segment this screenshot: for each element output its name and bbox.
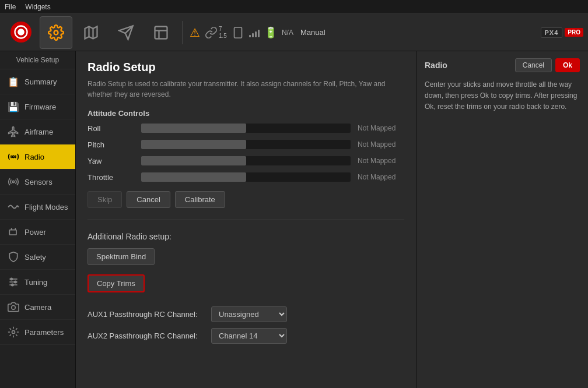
svg-point-0 xyxy=(18,29,24,36)
pitch-bar xyxy=(141,140,351,149)
cancel-button[interactable]: Cancel xyxy=(127,191,170,208)
roll-bar-fill xyxy=(141,124,246,133)
toolbar-analyze-btn[interactable] xyxy=(145,16,177,49)
yaw-label: Yaw xyxy=(88,157,134,165)
attitude-controls-label: Attitude Controls xyxy=(88,109,404,118)
svg-point-24 xyxy=(12,306,16,310)
transmission-icon xyxy=(232,26,244,39)
section-divider xyxy=(88,220,404,220)
signal-icon xyxy=(249,28,260,37)
mode-label: Manual xyxy=(300,28,326,37)
aux1-passthrough-select[interactable]: Unassigned Channel 1 Channel 2 Channel 3… xyxy=(211,306,287,322)
sidebar-header: Vehicle Setup xyxy=(0,51,75,69)
menu-widgets[interactable]: Widgets xyxy=(25,3,50,11)
link-icon: 71.5 xyxy=(205,26,227,40)
aux2-passthrough-row: AUX2 Passthrough RC Channel: Unassigned … xyxy=(88,328,404,344)
roll-row: Roll Not Mapped xyxy=(88,124,404,133)
svg-rect-8 xyxy=(155,26,167,38)
roll-bar xyxy=(141,124,351,133)
summary-icon: 📋 xyxy=(7,75,20,88)
airframe-icon xyxy=(7,125,20,138)
warning-icon[interactable]: ⚠ xyxy=(190,26,200,40)
right-panel-title: Radio xyxy=(425,61,447,70)
brand-logo: PX4 PRO xyxy=(541,27,583,38)
throttle-bar xyxy=(141,172,351,182)
pitch-bar-fill xyxy=(141,140,246,149)
roll-label: Roll xyxy=(88,124,134,133)
svg-point-14 xyxy=(12,181,14,182)
power-icon xyxy=(7,225,20,238)
sidebar-item-camera[interactable]: Camera xyxy=(0,295,75,320)
right-panel-action-buttons: Cancel Ok xyxy=(515,58,580,72)
sidebar-label-tuning: Tuning xyxy=(24,278,47,287)
sidebar-item-tuning[interactable]: Tuning xyxy=(0,270,75,295)
brand-name: PX4 xyxy=(541,27,563,38)
sidebar-item-parameters[interactable]: Parameters xyxy=(0,320,75,345)
sidebar-item-airframe[interactable]: Airframe xyxy=(0,119,75,144)
sidebar-label-parameters: Parameters xyxy=(24,328,64,337)
toolbar: ⚠ 71.5 🔋 N/A Manual PX4 PRO xyxy=(0,14,588,51)
toolbar-setup-btn[interactable] xyxy=(40,16,72,49)
toolbar-fly-btn[interactable] xyxy=(110,16,142,49)
svg-point-13 xyxy=(12,156,14,157)
aux2-passthrough-select[interactable]: Unassigned Channel 1 Channel 2 Channel 1… xyxy=(211,328,287,344)
safety-icon xyxy=(7,251,20,263)
firmware-icon: 💾 xyxy=(7,100,20,113)
sidebar-item-summary[interactable]: 📋 Summary xyxy=(0,69,75,94)
calibration-buttons: Skip Cancel Calibrate xyxy=(88,191,404,208)
pro-badge: PRO xyxy=(565,28,583,37)
svg-point-23 xyxy=(12,284,13,285)
calibrate-button[interactable]: Calibrate xyxy=(175,191,225,208)
sidebar-label-firmware: Firmware xyxy=(24,103,56,111)
sidebar-label-sensors: Sensors xyxy=(24,178,52,186)
right-panel-header: Radio Cancel Ok xyxy=(425,58,580,72)
throttle-label: Throttle xyxy=(88,173,134,182)
throttle-row: Throttle Not Mapped xyxy=(88,172,404,182)
sidebar-item-sensors[interactable]: Sensors xyxy=(0,170,75,195)
svg-point-2 xyxy=(54,30,58,34)
roll-status: Not Mapped xyxy=(358,124,404,132)
sidebar-label-summary: Summary xyxy=(24,77,57,86)
sidebar-item-firmware[interactable]: 💾 Firmware xyxy=(0,94,75,119)
sensors-icon xyxy=(7,175,20,188)
toolbar-plan-btn[interactable] xyxy=(75,16,107,49)
toolbar-app-btn[interactable] xyxy=(5,16,37,49)
additional-label: Additional Radio setup: xyxy=(88,232,404,241)
aux2-passthrough-label: AUX2 Passthrough RC Channel: xyxy=(88,331,204,340)
right-panel: Radio Cancel Ok Center your sticks and m… xyxy=(416,51,588,388)
yaw-status: Not Mapped xyxy=(358,157,404,165)
page-title: Radio Setup xyxy=(88,61,404,74)
main-layout: Vehicle Setup 📋 Summary 💾 Firmware Airfr… xyxy=(0,51,588,388)
sidebar-label-airframe: Airframe xyxy=(24,128,53,136)
spektrum-bind-button[interactable]: Spektrum Bind xyxy=(88,248,155,265)
svg-point-25 xyxy=(12,331,15,334)
sidebar-label-flight-modes: Flight Modes xyxy=(24,203,68,211)
sidebar-item-safety[interactable]: Safety xyxy=(0,245,75,270)
svg-point-22 xyxy=(15,281,16,283)
sidebar-item-power[interactable]: Power xyxy=(0,220,75,245)
battery-text: N/A xyxy=(282,29,293,37)
sidebar-item-radio[interactable]: Radio xyxy=(0,144,75,170)
sidebar-item-flight-modes[interactable]: Flight Modes xyxy=(0,195,75,220)
right-panel-instruction: Center your sticks and move throttle all… xyxy=(425,79,580,113)
sidebar: Vehicle Setup 📋 Summary 💾 Firmware Airfr… xyxy=(0,51,76,388)
yaw-bar-fill xyxy=(141,156,246,165)
skip-button[interactable]: Skip xyxy=(88,191,122,208)
sidebar-label-power: Power xyxy=(24,228,46,237)
camera-icon xyxy=(7,301,20,313)
right-panel-ok-button[interactable]: Ok xyxy=(555,58,580,72)
battery-icon: 🔋 xyxy=(264,26,277,39)
menu-bar: File Widgets xyxy=(0,0,588,14)
yaw-bar xyxy=(141,156,351,165)
pitch-row: Pitch Not Mapped xyxy=(88,140,404,149)
svg-marker-3 xyxy=(85,26,97,38)
sidebar-label-camera: Camera xyxy=(24,303,51,312)
toolbar-status: ⚠ 71.5 🔋 N/A Manual xyxy=(190,26,326,40)
flight-modes-icon xyxy=(7,200,20,213)
svg-rect-15 xyxy=(9,230,16,235)
aux1-passthrough-row: AUX1 Passthrough RC Channel: Unassigned … xyxy=(88,306,404,322)
copy-trims-button[interactable]: Copy Trims xyxy=(88,274,145,292)
menu-file[interactable]: File xyxy=(5,3,16,11)
right-panel-cancel-button[interactable]: Cancel xyxy=(515,58,552,72)
parameters-icon xyxy=(7,326,20,338)
